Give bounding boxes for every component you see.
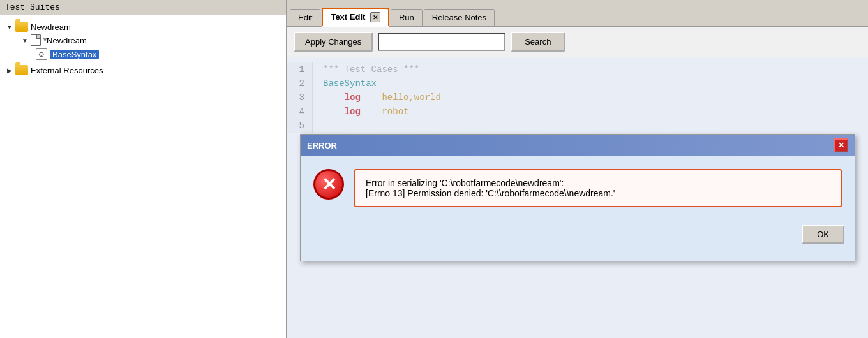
error-message: Error in serializing 'C:\robotfarmecode\… (354, 169, 842, 207)
tab-run[interactable]: Run (391, 9, 423, 26)
tree-container: ▼ Newdream ▼ *Newdream ☺ BaseSyntax ▶ Ex… (0, 15, 286, 338)
error-dialog: ERROR ✕ ✕ Error in serializing 'C:\robot… (300, 134, 855, 261)
tree-item-newdream-file[interactable]: ▼ *Newdream (3, 33, 283, 47)
search-input[interactable] (378, 33, 505, 51)
toolbar: Apply Changes Search (287, 27, 868, 57)
tree-item-label-3: BaseSyntax (50, 50, 99, 59)
tab-bar: Edit Text Edit ✕ Run Release Notes (287, 0, 868, 27)
error-body: ✕ Error in serializing 'C:\robotfarmecod… (301, 156, 855, 220)
tab-text-edit[interactable]: Text Edit ✕ (322, 8, 389, 27)
error-icon: ✕ (313, 169, 344, 200)
error-overlay: ERROR ✕ ✕ Error in serializing 'C:\robot… (287, 57, 868, 338)
tree-item-basesyntax[interactable]: ☺ BaseSyntax (3, 47, 283, 61)
tree-item-label-4: External Resources (31, 66, 103, 75)
editor-area[interactable]: 1 2 3 4 5 *** Test Cases *** BaseSyntax … (287, 57, 868, 338)
expand-icon: ▼ (5, 22, 14, 31)
tab-close-icon[interactable]: ✕ (370, 12, 380, 22)
robot-icon: ☺ (36, 48, 47, 60)
tree-item-newdream[interactable]: ▼ Newdream (3, 20, 283, 33)
tree-item-external-resources[interactable]: ▶ External Resources (3, 64, 283, 77)
tree-item-label: Newdream (31, 22, 71, 32)
tab-release-notes[interactable]: Release Notes (424, 9, 495, 26)
left-panel: Test Suites ▼ Newdream ▼ *Newdream ☺ Bas… (0, 0, 287, 338)
folder-icon-2 (15, 65, 28, 75)
error-close-button[interactable]: ✕ (834, 138, 848, 152)
error-message-line1: Error in serializing 'C:\robotfarmecode\… (366, 178, 830, 188)
tab-edit[interactable]: Edit (290, 9, 320, 26)
expand-icon-3: ▶ (5, 66, 14, 75)
apply-changes-button[interactable]: Apply Changes (294, 32, 373, 52)
error-titlebar: ERROR ✕ (301, 135, 855, 156)
panel-title: Test Suites (0, 0, 286, 15)
expand-icon-2: ▼ (20, 36, 29, 45)
file-icon (31, 34, 41, 46)
ok-button[interactable]: OK (802, 225, 844, 244)
folder-icon (15, 22, 28, 32)
error-message-line2: [Errno 13] Permission denied: 'C:\\robot… (366, 188, 830, 198)
error-title: ERROR (307, 141, 337, 151)
error-footer: OK (301, 220, 855, 251)
right-panel: Edit Text Edit ✕ Run Release Notes Apply… (287, 0, 868, 338)
tree-item-label-2: *Newdream (43, 36, 87, 45)
search-button[interactable]: Search (511, 32, 565, 52)
